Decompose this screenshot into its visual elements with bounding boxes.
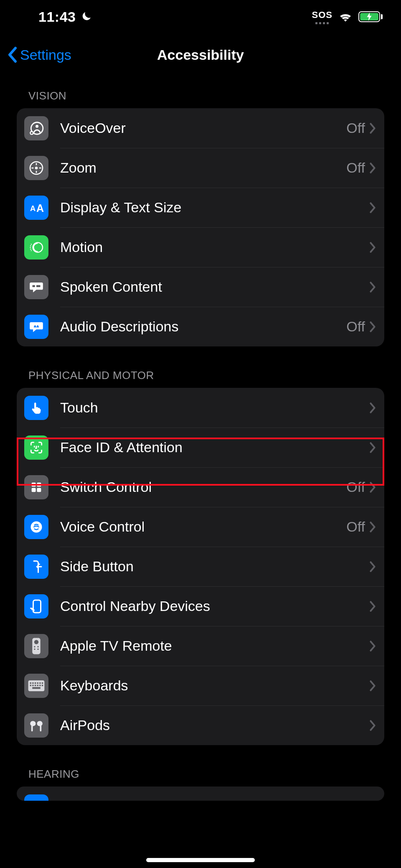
svg-rect-31 [35,685,36,686]
row-label: Side Button [60,558,369,575]
text-size-icon: AA [24,196,48,220]
row-spoken-content[interactable]: Spoken Content [17,267,384,307]
chevron-right-icon [369,442,376,453]
svg-point-19 [37,646,38,647]
section-header-hearing: HEARING [17,745,384,787]
row-value: Off [346,318,365,335]
section-header-vision: VISION [17,79,384,108]
row-label: Keyboards [60,677,369,694]
spoken-content-icon [24,275,48,299]
svg-point-17 [34,640,38,644]
svg-point-18 [34,646,35,647]
row-value: Off [346,120,365,136]
row-audio-descriptions[interactable]: Audio Descriptions Off [17,307,384,346]
chevron-right-icon [369,561,376,573]
voiceover-icon [24,116,48,140]
motion-icon [24,235,48,260]
svg-rect-33 [39,685,41,686]
row-motion[interactable]: Motion [17,227,384,267]
hearing-icon [24,794,48,801]
row-switch-control[interactable]: Switch Control Off [17,467,384,507]
chevron-right-icon [369,720,376,731]
row-voice-control[interactable]: Voice Control Off [17,507,384,547]
row-hearing-partial[interactable] [17,787,384,801]
row-value: Off [346,479,365,495]
svg-text:A: A [36,202,44,214]
airpods-icon [24,713,48,738]
voice-control-icon [24,515,48,539]
row-airpods[interactable]: AirPods [17,705,384,745]
chevron-right-icon [369,481,376,493]
chevron-right-icon [369,521,376,533]
section-header-physical: PHYSICAL AND MOTOR [17,346,384,388]
nearby-devices-icon [24,594,48,619]
battery-indicator [358,11,383,22]
row-label: Display & Text Size [60,199,369,216]
svg-rect-32 [37,685,38,686]
row-label: VoiceOver [60,120,346,136]
row-value: Off [346,160,365,176]
row-faceid-attention[interactable]: Face ID & Attention [17,428,384,467]
home-indicator [146,858,255,862]
row-side-button[interactable]: Side Button [17,547,384,586]
svg-point-1 [36,125,38,127]
wifi-icon [338,11,353,22]
touch-icon [24,396,48,420]
svg-rect-27 [39,682,41,683]
row-label: Audio Descriptions [60,318,346,335]
status-time: 11:43 [38,9,76,25]
faceid-icon [24,435,48,460]
battery-charging-icon [359,12,379,21]
row-label: Face ID & Attention [60,439,369,456]
svg-rect-23 [30,682,31,683]
svg-rect-24 [32,682,33,683]
row-label: Touch [60,400,369,416]
svg-rect-10 [32,482,36,486]
chevron-right-icon [369,162,376,174]
group-hearing [17,787,384,801]
chevron-right-icon [369,281,376,293]
chevron-right-icon [369,402,376,414]
side-button-icon [24,555,48,579]
row-voiceover[interactable]: VoiceOver Off [17,108,384,148]
status-bar: 11:43 SOS [0,0,401,33]
svg-rect-11 [37,482,41,486]
row-label: Motion [60,239,369,255]
row-label: Apple TV Remote [60,638,369,654]
chevron-right-icon [369,321,376,333]
sos-dots [315,22,329,24]
row-apple-tv-remote[interactable]: Apple TV Remote [17,626,384,666]
zoom-icon [24,156,48,180]
svg-rect-30 [32,685,33,686]
nav-bar: Settings Accessibility [0,37,401,73]
svg-rect-12 [32,488,36,492]
row-control-nearby[interactable]: Control Nearby Devices [17,586,384,626]
row-zoom[interactable]: Zoom Off [17,148,384,188]
row-label: Control Nearby Devices [60,598,369,614]
svg-rect-26 [37,682,38,683]
do-not-disturb-icon [81,10,92,22]
svg-rect-13 [37,488,41,492]
group-vision: VoiceOver Off Zoom Off AA Display & Text… [17,108,384,346]
page-content: VISION VoiceOver Off Zoom [0,79,401,868]
svg-rect-8 [33,285,35,287]
svg-rect-34 [42,685,43,686]
svg-rect-28 [42,682,43,683]
chevron-left-icon [8,46,18,63]
row-label: Zoom [60,160,346,176]
row-keyboards[interactable]: Keyboards [17,666,384,705]
chevron-right-icon [369,601,376,612]
svg-rect-29 [30,685,31,686]
row-label: Switch Control [60,479,346,495]
svg-point-7 [33,242,43,252]
status-left: 11:43 [38,9,92,25]
row-touch[interactable]: Touch [17,388,384,428]
group-physical: Touch Face ID & Attention Switch Control [17,388,384,745]
sos-label: SOS [312,10,332,20]
svg-point-20 [34,648,35,649]
switch-control-icon [24,475,48,499]
keyboard-icon [24,674,48,698]
back-button[interactable]: Settings [8,37,71,73]
svg-rect-9 [36,285,41,287]
row-display-text-size[interactable]: AA Display & Text Size [17,188,384,227]
